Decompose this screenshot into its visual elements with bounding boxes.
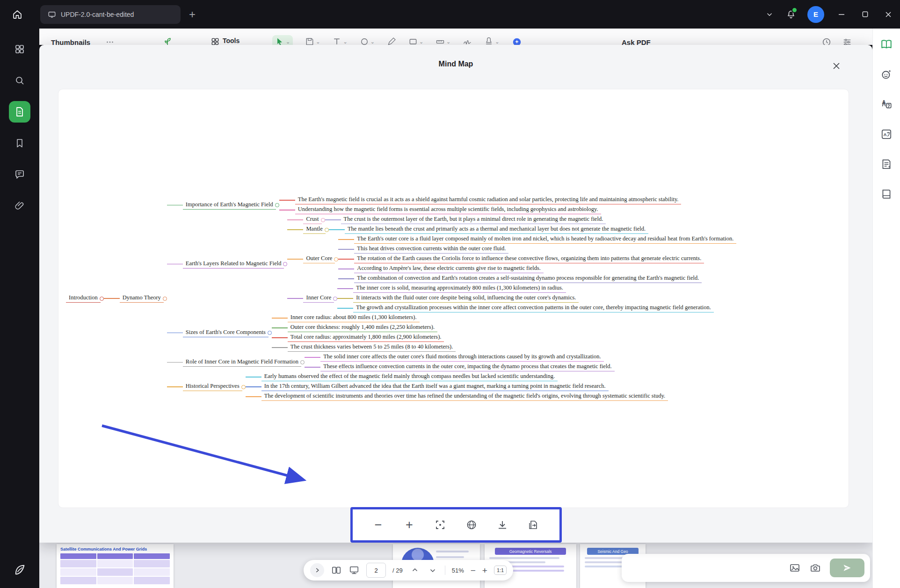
history-icon[interactable]	[821, 37, 832, 45]
download-button[interactable]	[494, 517, 510, 533]
mindmap-leaf[interactable]: Inner core radius: about 800 miles (1,30…	[288, 314, 420, 322]
mindmap-topic[interactable]: Historical Perspectives	[183, 383, 242, 391]
maximize-button[interactable]	[853, 4, 877, 25]
minimize-button[interactable]	[830, 4, 853, 25]
comments-button[interactable]	[9, 164, 30, 185]
page-number-input[interactable]	[366, 563, 386, 578]
page-thumbnail-satellite[interactable]: Satellite Communications And Power Grids	[57, 544, 174, 588]
mindmap-leaf[interactable]: In the 17th century, William Gilbert adv…	[261, 383, 609, 391]
mindmap-branch-dot[interactable]	[100, 297, 104, 301]
measure-tool-button[interactable]: ⌄	[435, 37, 450, 45]
ask-pdf-input-bar[interactable]	[622, 554, 870, 582]
mindmap-topic[interactable]: Role of Inner Core in Magnetic Field For…	[183, 358, 301, 367]
mindmap-topic[interactable]: Importance of Earth's Magnetic Field	[183, 201, 276, 210]
mindmap-topic[interactable]: Dynamo Theory	[120, 294, 164, 303]
translate-page-button[interactable]: A	[877, 125, 896, 144]
mindmap-leaf[interactable]: The development of scientific instrument…	[261, 392, 668, 401]
mindmap-branch-dot[interactable]	[241, 385, 246, 389]
signature-tool-button[interactable]	[463, 37, 472, 45]
mindmap-leaf[interactable]: Outer core thickness: roughly 1,400 mile…	[288, 324, 437, 332]
language-button[interactable]	[464, 517, 479, 533]
zoom-in-button[interactable]: +	[401, 517, 417, 533]
mindmap-branch-dot[interactable]	[325, 228, 329, 232]
mindmap-leaf[interactable]: These effects influence convection curre…	[320, 363, 615, 371]
tabs-dropdown-button[interactable]	[759, 4, 780, 25]
mindmap-leaf[interactable]: The crust thickness varies between 5 to …	[288, 343, 456, 352]
mindmap-topic[interactable]: Crust	[303, 216, 321, 224]
actual-size-button[interactable]: 1:1	[494, 566, 507, 575]
mindmap-leaf[interactable]: According to Ampère's law, these electri…	[354, 265, 544, 273]
home-button[interactable]	[7, 5, 27, 24]
mindmap-branch-dot[interactable]	[268, 331, 272, 335]
document-tab[interactable]: UPDF-2.0-cant-be-edited	[40, 5, 181, 24]
mindmap-topic[interactable]: Sizes of Earth's Core Components	[183, 329, 269, 337]
select-tool-button[interactable]: ⌄	[272, 35, 293, 45]
zoom-level-value[interactable]: 51%	[452, 567, 464, 574]
ask-pdf-label[interactable]: Ask PDF	[622, 38, 651, 45]
mindmap-branch-dot[interactable]	[275, 203, 279, 207]
avatar[interactable]: E	[807, 6, 824, 23]
mindmap-leaf[interactable]: The growth and crystallization processes…	[353, 304, 714, 312]
mindmap-leaf[interactable]: The combination of convection and Earth'…	[354, 275, 702, 283]
zoom-in-button[interactable]: +	[482, 566, 487, 575]
apps-grid-button[interactable]	[9, 38, 30, 60]
new-tab-button[interactable]: +	[189, 9, 196, 20]
slideshow-button[interactable]	[348, 565, 360, 576]
next-page-button[interactable]	[427, 565, 438, 576]
translate-button[interactable]: A	[877, 95, 896, 114]
close-window-button[interactable]	[877, 4, 900, 25]
mindmap-leaf[interactable]: The solid inner core affects the outer c…	[320, 353, 604, 362]
rectangle-tool-button[interactable]: ⌄	[408, 37, 423, 45]
mindmap-branch-dot[interactable]	[321, 218, 325, 222]
attachments-button[interactable]	[9, 195, 30, 217]
insert-image-button[interactable]	[789, 562, 801, 574]
mindmap-leaf[interactable]: The rotation of the Earth causes the Cor…	[354, 255, 704, 263]
reader-mode-button[interactable]	[877, 35, 896, 54]
shape-tool-button[interactable]: ⌄	[360, 37, 375, 45]
thumbnails-more-button[interactable]	[105, 37, 115, 45]
mindmap-branch-dot[interactable]	[300, 360, 305, 364]
mindmap-leaf[interactable]: The crust is the outermost layer of the …	[341, 216, 606, 224]
export-button[interactable]	[525, 517, 541, 533]
mindmap-leaf[interactable]: It interacts with the fluid outer core d…	[353, 294, 579, 303]
text-tool-button[interactable]: ⌄	[332, 37, 347, 45]
mindmap-branch-dot[interactable]	[333, 297, 337, 301]
bookmarks-button[interactable]	[9, 132, 30, 154]
send-button[interactable]	[830, 559, 864, 577]
mindmap-topic[interactable]: Inner Core	[303, 294, 334, 303]
mindmap-leaf[interactable]: Total core radius: approximately 1,800 m…	[288, 334, 444, 342]
preferences-icon[interactable]	[842, 37, 852, 45]
booklet-button[interactable]	[877, 185, 896, 203]
mindmap-leaf[interactable]: Early humans observed the effect of the …	[261, 373, 558, 381]
stamp-tool-button[interactable]: ⌄	[484, 37, 499, 45]
mindmap-branch-dot[interactable]	[283, 262, 287, 266]
ai-summary-button[interactable]	[877, 155, 896, 174]
two-page-view-button[interactable]	[331, 565, 342, 576]
zoom-out-button[interactable]: −	[471, 566, 476, 575]
mindmap-topic[interactable]: Introduction	[66, 294, 101, 303]
pen-tool-button[interactable]	[387, 37, 396, 45]
close-modal-button[interactable]	[829, 59, 843, 73]
mindmap-leaf[interactable]: The mantle lies beneath the crust and pr…	[345, 225, 648, 234]
mindmap-topic[interactable]: Earth's Layers Related to Magnetic Field	[183, 260, 284, 269]
mindmap-leaf[interactable]: Understanding how the magnetic field for…	[295, 206, 601, 214]
zoom-out-button[interactable]: −	[370, 517, 386, 533]
mindmap-branch-dot[interactable]	[334, 257, 338, 261]
notifications-button[interactable]	[780, 4, 802, 25]
tools-menu-button[interactable]: Tools	[210, 37, 240, 45]
updf-logo-button[interactable]	[9, 559, 30, 581]
previous-page-button[interactable]	[409, 565, 421, 576]
ai-tools-button[interactable]	[512, 37, 522, 45]
mindmap-leaf[interactable]: This heat drives convection currents wit…	[354, 245, 508, 254]
tree-view-button[interactable]	[162, 37, 173, 45]
mindmap-leaf[interactable]: The inner core is solid, measuring appro…	[353, 284, 566, 293]
search-button[interactable]	[9, 70, 30, 91]
document-panel-button[interactable]	[9, 101, 30, 123]
mindmap-topic[interactable]: Mantle	[303, 225, 325, 234]
save-tool-button[interactable]: ⌄	[305, 37, 320, 45]
mindmap-topic[interactable]: Outer Core	[303, 255, 335, 263]
mindmap-leaf[interactable]: The Earth's outer core is a fluid layer …	[354, 235, 736, 244]
mindmap-leaf[interactable]: The Earth's magnetic field is crucial as…	[295, 196, 682, 204]
ai-assistant-button[interactable]	[877, 65, 896, 84]
fit-screen-button[interactable]	[432, 517, 448, 533]
